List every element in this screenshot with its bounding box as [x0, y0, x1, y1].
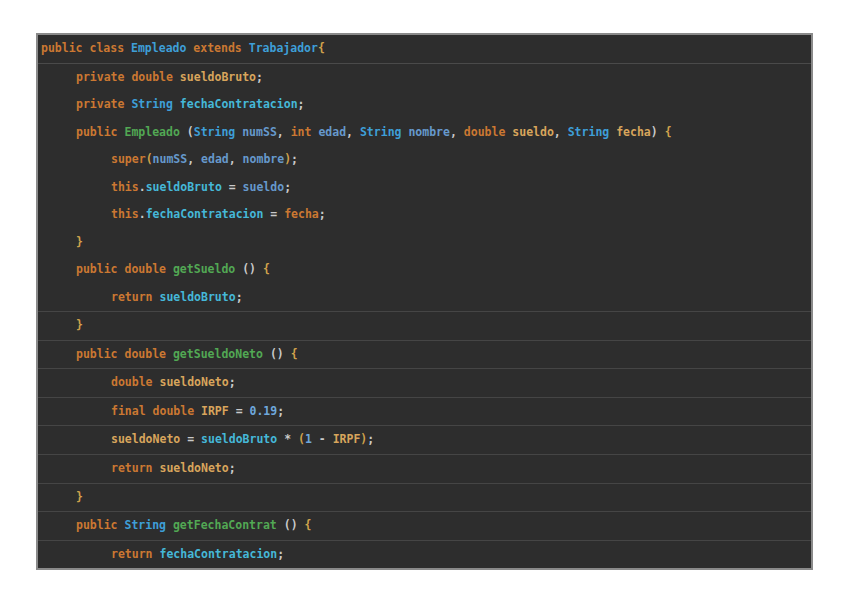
code-token-plain: ; — [229, 463, 236, 475]
code-token-brace: } — [76, 320, 83, 332]
code-token-param: edad — [318, 127, 346, 139]
code-token-brace: { — [318, 43, 325, 55]
code-line: return sueldoNeto; — [38, 454, 811, 483]
code-token-type: String — [124, 520, 172, 532]
code-token-brace: { — [291, 349, 298, 361]
code-token-plain: ; — [319, 209, 326, 221]
code-token-brace: { — [305, 520, 312, 532]
code-token-plain: = — [180, 434, 201, 446]
code-token-plain: ; — [277, 406, 284, 418]
code-token-kw: public double — [76, 264, 173, 276]
code-line: } — [38, 483, 811, 512]
code-token-method: getSueldo — [173, 264, 235, 276]
code-token-var: IRPF — [333, 434, 361, 446]
code-token-plain: ; — [236, 292, 243, 304]
code-token-plain: , — [187, 154, 201, 166]
code-token-plain: . — [139, 209, 146, 221]
document-page: public class Empleado extends Trabajador… — [0, 0, 848, 599]
code-token-num: 1 — [305, 434, 312, 446]
code-token-field: sueldoBruto — [146, 182, 222, 194]
code-token-plain: ; — [298, 99, 305, 111]
code-token-brace: ) — [284, 154, 291, 166]
code-line: } — [38, 229, 811, 257]
code-token-plain: . — [139, 182, 146, 194]
code-token-method: getFechaContrat — [173, 520, 277, 532]
code-token-kw: double — [111, 377, 159, 389]
code-token-kw: this — [111, 209, 139, 221]
code-token-param: edad — [201, 154, 229, 166]
code-token-num: 0.19 — [250, 406, 278, 418]
code-token-var: fecha — [616, 127, 651, 139]
code-token-plain: , — [229, 154, 243, 166]
code-token-brace: { — [665, 127, 672, 139]
code-token-kw: return — [111, 292, 159, 304]
code-token-method: Empleado — [124, 127, 186, 139]
code-token-kw: final double — [111, 406, 201, 418]
code-line: private String fechaContratacion; — [38, 91, 811, 119]
code-token-plain: - — [312, 434, 333, 446]
code-token-kw: int — [291, 127, 319, 139]
code-token-param: numSS — [153, 154, 188, 166]
code-line: public Empleado (String numSS, int edad,… — [38, 119, 811, 147]
code-line: return fechaContratacion; — [38, 540, 811, 569]
code-line: double sueldoNeto; — [38, 368, 811, 397]
code-line: sueldoNeto = sueldoBruto * (1 - IRPF); — [38, 425, 811, 454]
code-token-plain: ; — [256, 72, 263, 84]
code-token-plain: ; — [277, 549, 284, 561]
code-token-kw: super — [111, 154, 146, 166]
code-snippet-block: public class Empleado extends Trabajador… — [36, 33, 813, 570]
code-token-var: sueldoNeto — [159, 377, 228, 389]
code-token-param: sueldo — [243, 182, 285, 194]
code-token-plain: , — [277, 127, 291, 139]
code-token-plain: * — [277, 434, 298, 446]
code-token-field: fechaContratacion — [180, 99, 298, 111]
code-line: return sueldoBruto; — [38, 284, 811, 312]
code-token-brace: ) — [360, 434, 367, 446]
code-token-plain: , — [450, 127, 464, 139]
code-token-plain: () — [235, 264, 263, 276]
code-token-type: Trabajador — [249, 43, 318, 55]
code-token-kw: return — [111, 549, 159, 561]
code-token-var: sueldoNeto — [111, 434, 180, 446]
code-line: super(numSS, edad, nombre); — [38, 146, 811, 174]
code-token-var: sueldoNeto — [159, 463, 228, 475]
code-token-var: IRPF — [201, 406, 229, 418]
code-token-kw: public — [76, 127, 124, 139]
code-token-type: String — [360, 127, 408, 139]
code-token-brace: { — [263, 264, 270, 276]
code-token-plain: , — [346, 127, 360, 139]
code-token-param: numSS — [242, 127, 277, 139]
code-token-kw: fecha — [284, 209, 319, 221]
code-token-kw: extends — [186, 43, 248, 55]
code-line: this.fechaContratacion = fecha; — [38, 201, 811, 229]
code-line: public double getSueldo () { — [38, 256, 811, 284]
code-token-method: getSueldoNeto — [173, 349, 263, 361]
code-token-plain: = — [222, 182, 243, 194]
code-line: public double getSueldoNeto () { — [38, 340, 811, 369]
code-token-plain: ( — [187, 127, 194, 139]
code-token-type: String — [131, 99, 179, 111]
code-line: public class Empleado extends Trabajador… — [38, 35, 811, 64]
code-token-type: String — [194, 127, 242, 139]
code-token-brace: } — [76, 492, 83, 504]
code-token-kw: public class — [41, 43, 131, 55]
code-token-kw: return — [111, 463, 159, 475]
code-token-field: sueldoBruto — [159, 292, 235, 304]
code-line: public String getFechaContrat () { — [38, 511, 811, 540]
code-token-kw: public — [76, 520, 124, 532]
code-token-plain: ; — [291, 154, 298, 166]
code-token-plain: ; — [229, 377, 236, 389]
code-token-param: nombre — [408, 127, 450, 139]
code-line: } — [38, 311, 811, 340]
code-token-kw: private — [76, 99, 131, 111]
code-token-brace: ( — [298, 434, 305, 446]
code-token-kw: double — [464, 127, 512, 139]
code-token-plain: = — [229, 406, 250, 418]
code-line: this.sueldoBruto = sueldo; — [38, 174, 811, 202]
code-token-var: sueldo — [512, 127, 554, 139]
code-line: final double IRPF = 0.19; — [38, 397, 811, 426]
code-token-field: fechaContratacion — [159, 549, 277, 561]
code-token-type: String — [568, 127, 616, 139]
code-token-plain: () — [277, 520, 305, 532]
code-token-kw: public double — [76, 349, 173, 361]
